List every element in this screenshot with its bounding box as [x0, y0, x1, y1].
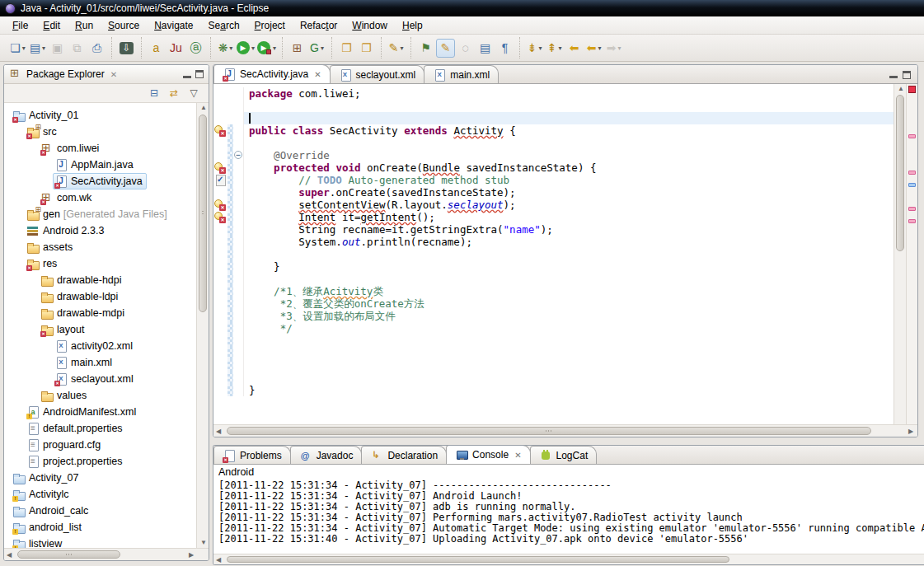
save-all-button[interactable]: ⧉ — [68, 39, 87, 58]
tree-horizontal-scrollbar[interactable]: ◀ ▶ — [4, 548, 209, 560]
editor-tab-main-xml[interactable]: main.xml — [424, 65, 499, 83]
close-view-icon[interactable]: ✕ — [109, 70, 119, 79]
editor-horizontal-scrollbar[interactable]: ◀ ▶ — [213, 424, 917, 437]
tree-item-seclayout-xml[interactable]: seclayout.xml — [4, 371, 209, 387]
gutter-annotation-column[interactable] — [213, 112, 227, 124]
pen-button[interactable]: ✎▾ — [387, 39, 406, 58]
gutter-annotation-column[interactable] — [213, 161, 227, 174]
ruler-marker-task[interactable] — [908, 183, 916, 187]
menu-refactor[interactable]: Refactor — [293, 17, 345, 34]
scrollbar-thumb[interactable] — [896, 95, 904, 251]
menu-run[interactable]: Run — [68, 17, 101, 34]
tree-item-android-calc[interactable]: Android_calc — [4, 503, 209, 519]
gutter-annotation-column[interactable] — [213, 174, 227, 186]
gutter-annotation-column[interactable] — [213, 347, 227, 359]
tree-item-activity02-xml[interactable]: activity02.xml — [4, 338, 209, 354]
gutter-annotation-column[interactable] — [213, 273, 227, 285]
collapse-all-button[interactable]: ⊟ — [146, 85, 162, 101]
last-edit-location-button[interactable]: ⬅ — [565, 39, 584, 58]
editor-tab-seclayout-xml[interactable]: seclayout.xml — [330, 65, 425, 83]
menu-edit[interactable]: Edit — [35, 17, 68, 34]
tree-item-res[interactable]: res — [4, 255, 209, 272]
tree-item-androidmanifest-xml[interactable]: AndroidManifest.xml — [4, 404, 209, 420]
tree-item-activity-01[interactable]: Activity_01 — [4, 107, 209, 124]
tree-item-listview[interactable]: listview — [4, 536, 209, 548]
tree-item-default-properties[interactable]: default.properties — [4, 420, 209, 437]
print-button[interactable]: ⎙ — [87, 39, 106, 58]
android-sdk-manager-button[interactable]: ⇩ — [117, 39, 136, 58]
dots-button[interactable]: ◌ — [456, 39, 475, 58]
scrollbar-thumb[interactable] — [199, 115, 207, 312]
show-source-button[interactable]: ▤ — [476, 39, 495, 58]
package-explorer-tree[interactable]: ▲ ▼ Activity_01srccom.liweiAppMain.javaS… — [4, 103, 209, 548]
tree-item-project-properties[interactable]: project.properties — [4, 453, 209, 470]
console-tab-logcat[interactable]: LogCat — [530, 446, 598, 464]
mark-occurrences-button[interactable]: ✎ — [436, 39, 455, 58]
tree-item-drawable-hdpi[interactable]: drawable-hdpi — [4, 272, 209, 288]
tree-item-proguard-cfg[interactable]: proguard.cfg — [4, 437, 209, 453]
menu-navigate[interactable]: Navigate — [147, 17, 200, 34]
tree-item-drawable-ldpi[interactable]: drawable-ldpi — [4, 288, 209, 305]
gutter-annotation-column[interactable] — [213, 372, 227, 384]
view-menu-button[interactable]: ▽ — [185, 85, 202, 101]
scroll-up-icon[interactable]: ▲ — [200, 105, 207, 111]
ruler-marker-error[interactable] — [908, 134, 916, 138]
tree-item-gen[interactable]: gen[Generated Java Files] — [4, 206, 209, 222]
gutter-annotation-column[interactable] — [213, 223, 227, 236]
tree-item-drawable-mdpi[interactable]: drawable-mdpi — [4, 305, 209, 321]
tree-vertical-scrollbar[interactable]: ▲ ▼ — [196, 103, 209, 548]
gutter-annotation-column[interactable] — [213, 310, 227, 322]
scroll-right-icon[interactable]: ▶ — [189, 552, 195, 559]
gutter-annotation-column[interactable] — [213, 322, 227, 334]
new-menu-button[interactable]: ▤▾ — [28, 39, 47, 58]
gwt-button[interactable]: G▾ — [307, 39, 326, 58]
tree-item-com-liwei[interactable]: com.liwei — [4, 140, 209, 157]
console-tab-declaration[interactable]: Declaration — [361, 446, 447, 464]
tree-item-appmain-java[interactable]: AppMain.java — [4, 157, 209, 173]
gutter-annotation-column[interactable] — [213, 124, 227, 137]
import-folder-button[interactable]: ❐ — [337, 39, 356, 58]
console-tab-problems[interactable]: Problems — [213, 446, 291, 464]
scrollbar-thumb[interactable] — [17, 550, 120, 559]
error-status-icon[interactable] — [908, 86, 916, 93]
show-whitespace-button[interactable]: ¶ — [495, 39, 514, 58]
tree-item-com-wk[interactable]: com.wk — [4, 189, 209, 206]
gutter-annotation-column[interactable] — [213, 87, 227, 100]
tree-item-assets[interactable]: assets — [4, 239, 209, 255]
maximize-editor-icon[interactable] — [903, 71, 911, 79]
external-tools-button[interactable]: ▶▾ — [256, 39, 277, 58]
gutter-annotation-column[interactable] — [213, 100, 227, 112]
scroll-left-icon[interactable]: ◀ — [216, 557, 223, 564]
console-horizontal-scrollbar[interactable]: ◀ — [213, 554, 924, 564]
editor-vertical-scrollbar[interactable]: ▲ — [894, 84, 906, 424]
tree-item-secactivity-java[interactable]: SecActivity.java — [4, 173, 209, 189]
forward-button[interactable]: ➡▾ — [604, 39, 623, 58]
quickfix-error-icon[interactable] — [214, 211, 227, 223]
console-tab-javadoc[interactable]: Javadoc — [290, 446, 363, 464]
gutter-annotation-column[interactable] — [213, 186, 227, 199]
editor-tab-secactivity-java[interactable]: SecActivity.java✕ — [213, 64, 331, 83]
flag-button[interactable]: ⚑ — [416, 39, 435, 58]
editor-body[interactable]: package com.liwei;public class SecActivi… — [213, 84, 917, 424]
scroll-up-icon[interactable]: ▲ — [898, 86, 904, 92]
console-body[interactable]: Android [2011-11-22 15:31:34 - Activity_… — [213, 465, 924, 564]
tree-item-android-2-3-3[interactable]: Android 2.3.3 — [4, 222, 209, 239]
menu-source[interactable]: Source — [101, 17, 147, 34]
gutter-annotation-column[interactable] — [213, 137, 227, 149]
gutter-annotation-column[interactable] — [213, 260, 227, 273]
tree-item-layout[interactable]: layout — [4, 321, 209, 338]
tree-item-src[interactable]: src — [4, 124, 209, 140]
quickfix-error-icon[interactable] — [214, 124, 227, 137]
close-tab-icon[interactable]: ✕ — [514, 451, 521, 460]
gutter-annotation-column[interactable] — [213, 248, 227, 260]
console-log[interactable]: [2011-11-22 15:31:34 - Activity_07] ----… — [213, 479, 924, 546]
console-tab-console[interactable]: Console✕ — [446, 445, 530, 464]
new-wizard-button[interactable]: ❏▾ — [8, 39, 27, 58]
run-button[interactable]: ▶▾ — [236, 39, 256, 58]
fold-collapse-icon[interactable]: − — [234, 151, 242, 159]
overview-ruler[interactable] — [906, 84, 917, 424]
gutter-annotation-column[interactable] — [213, 285, 227, 297]
ruler-marker-error[interactable] — [908, 207, 916, 211]
new-android-xml-button[interactable]: ⓐ — [186, 39, 205, 58]
close-tab-icon[interactable]: ✕ — [314, 70, 321, 79]
